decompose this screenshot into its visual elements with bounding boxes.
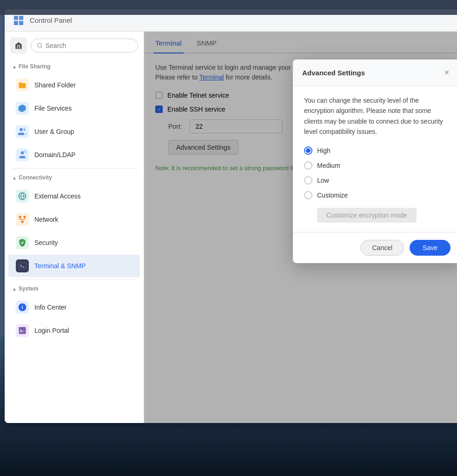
network-icon: [16, 213, 29, 226]
sidebar-item-network[interactable]: Network: [8, 208, 140, 231]
svg-rect-8: [19, 216, 21, 218]
sidebar-label-user-group: User & Group: [34, 128, 74, 135]
info-icon: [16, 301, 29, 314]
home-button[interactable]: [10, 37, 27, 54]
sidebar-item-file-services[interactable]: File Services: [8, 97, 140, 119]
modal-overlay: Advanced Settings × You can change the s…: [144, 32, 457, 423]
sidebar-item-terminal-snmp[interactable]: Terminal & SNMP: [8, 255, 140, 277]
customize-encryption-button[interactable]: Customize encryption mode: [317, 208, 417, 223]
radio-row-high: High: [304, 146, 450, 155]
radio-row-customize: Customize: [304, 191, 450, 199]
main-panel: Terminal SNMP Use Terminal service to lo…: [144, 32, 457, 423]
radio-customize[interactable]: [304, 191, 312, 199]
radio-row-low: Low: [304, 176, 450, 185]
radio-low[interactable]: [304, 176, 312, 185]
modal-close-button[interactable]: ×: [441, 67, 452, 78]
section-label-file-sharing: File Sharing: [19, 63, 51, 70]
sidebar-label-info-center: Info Center: [34, 304, 66, 311]
sidebar-label-security: Security: [34, 239, 58, 246]
folder-icon: [16, 79, 29, 92]
advanced-settings-modal: Advanced Settings × You can change the s…: [293, 60, 457, 263]
sidebar-label-shared-folder: Shared Folder: [34, 81, 76, 89]
sidebar: ▲ File Sharing Shared Folder: [5, 32, 144, 423]
sidebar-label-domain-ldap: Domain/LDAP: [34, 151, 76, 159]
radio-label-customize: Customize: [317, 192, 348, 199]
modal-footer: Cancel Save: [293, 232, 457, 263]
svg-rect-0: [14, 16, 18, 20]
modal-title: Advanced Settings: [302, 69, 365, 77]
sidebar-label-login-portal: Login Portal: [34, 327, 69, 334]
divider-1: [12, 168, 136, 169]
app-icon: [12, 14, 25, 27]
section-header-system[interactable]: ▲ System: [5, 282, 144, 296]
search-icon: [37, 42, 43, 49]
modal-description: You can change the security level of the…: [304, 95, 450, 137]
sidebar-label-network: Network: [34, 216, 58, 223]
sidebar-item-shared-folder[interactable]: Shared Folder: [8, 74, 140, 96]
radio-label-low: Low: [317, 177, 329, 184]
domain-icon: [16, 148, 29, 161]
save-button[interactable]: Save: [410, 240, 450, 256]
terminal-icon: [16, 259, 29, 272]
content-area: ▲ File Sharing Shared Folder: [5, 32, 457, 423]
svg-point-4: [38, 43, 41, 47]
file-services-icon: [16, 102, 29, 115]
search-bar: [5, 32, 144, 60]
radio-label-high: High: [317, 147, 331, 154]
top-bar: [0, 0, 457, 15]
sidebar-item-security[interactable]: Security: [8, 231, 140, 254]
section-label-system: System: [19, 285, 39, 292]
svg-rect-3: [19, 21, 23, 25]
security-icon: [16, 236, 29, 249]
sidebar-item-domain-ldap[interactable]: Domain/LDAP: [8, 144, 140, 166]
svg-text:A↑: A↑: [20, 329, 25, 333]
cancel-button[interactable]: Cancel: [360, 240, 404, 256]
divider-2: [12, 279, 136, 280]
chevron-icon-2: ▲: [12, 175, 17, 180]
sidebar-label-file-services: File Services: [34, 105, 72, 112]
radio-high[interactable]: [304, 146, 312, 155]
sidebar-label-external-access: External Access: [34, 192, 81, 200]
external-access-icon: [16, 190, 29, 203]
svg-point-5: [20, 128, 23, 132]
user-group-icon: [16, 125, 29, 138]
section-header-file-sharing[interactable]: ▲ File Sharing: [5, 60, 144, 73]
svg-rect-10: [21, 221, 24, 223]
svg-rect-2: [14, 21, 18, 25]
modal-body: You can change the security level of the…: [293, 86, 457, 232]
sidebar-item-info-center[interactable]: Info Center: [8, 296, 140, 318]
radio-label-medium: Medium: [317, 162, 340, 169]
chevron-icon: ▲: [12, 64, 17, 69]
search-wrapper[interactable]: [31, 39, 138, 53]
svg-point-15: [22, 305, 23, 306]
chevron-icon-3: ▲: [12, 286, 17, 291]
main-window: Control Panel: [5, 9, 457, 423]
svg-rect-1: [19, 16, 23, 20]
sidebar-item-external-access[interactable]: External Access: [8, 185, 140, 207]
modal-header: Advanced Settings ×: [293, 60, 457, 86]
section-header-connectivity[interactable]: ▲ Connectivity: [5, 171, 144, 185]
search-input[interactable]: [46, 42, 132, 49]
radio-row-medium: Medium: [304, 161, 450, 170]
sidebar-label-terminal-snmp: Terminal & SNMP: [34, 262, 86, 270]
section-label-connectivity: Connectivity: [19, 174, 52, 181]
radio-medium[interactable]: [304, 161, 312, 170]
svg-point-6: [21, 152, 24, 155]
svg-rect-11: [19, 263, 26, 269]
login-icon: A↑: [16, 324, 29, 337]
sidebar-item-user-group[interactable]: User & Group: [8, 120, 140, 143]
window-title: Control Panel: [30, 16, 72, 24]
svg-rect-9: [24, 216, 26, 218]
sidebar-item-login-portal[interactable]: A↑ Login Portal: [8, 319, 140, 342]
